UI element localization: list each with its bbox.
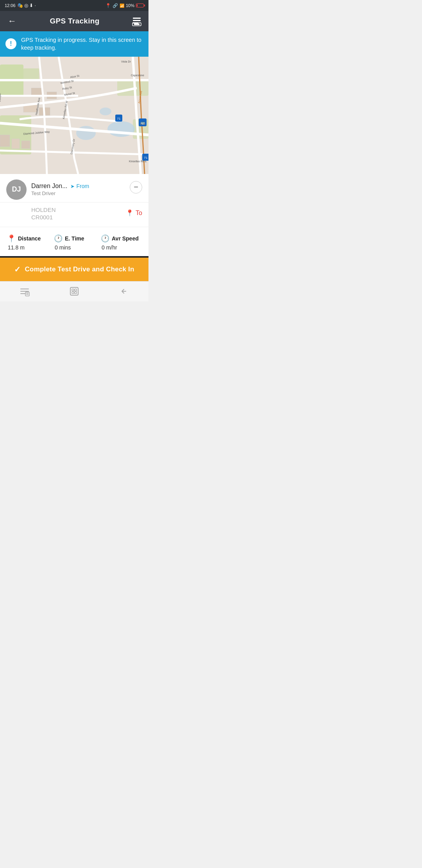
minus-button[interactable]: − [130,181,142,194]
svg-text:Capestone: Capestone [131,74,144,77]
signal-icon: 📶 [120,4,124,8]
svg-text:71: 71 [117,117,121,120]
bottom-nav [0,281,148,301]
status-bar: 12:06 🎭 ◎ ⬇ · 📍 🔗 📶 10% [0,0,148,11]
svg-rect-18 [0,135,10,147]
speed-value: 0 m/hr [101,244,117,251]
status-time: 12:06 [5,3,16,8]
svg-rect-54 [75,292,77,294]
from-label: ➤ From [70,183,89,189]
status-left: 12:06 🎭 ◎ ⬇ · [5,3,36,8]
driver-name: Darren Jon... [31,183,67,190]
distance-stat: 📍 Distance 11.8 m [4,234,51,251]
distance-value: 11.8 m [7,244,25,251]
alert-banner: ! GPS Tracking in progress. Stay in this… [0,31,148,57]
svg-rect-14 [31,88,43,96]
check-icon: ✓ [14,265,21,274]
svg-rect-8 [23,68,39,80]
avatar: DJ [6,179,27,200]
svg-text:Finegan: Finegan [0,93,1,102]
wifi-icon: 🔗 [113,3,118,8]
vehicle-id: CR0001 [31,214,110,221]
distance-label: Distance [18,235,41,242]
to-label: 📍 To [110,209,142,217]
stats-section: 📍 Distance 11.8 m 🕐 E. Time 0 mins 🕐 Avr… [0,227,148,258]
svg-rect-20 [21,141,30,149]
vehicle-make: HOLDEN [31,206,110,214]
svg-point-12 [76,126,96,140]
status-right: 📍 🔗 📶 10% [106,3,144,8]
svg-point-13 [100,108,111,115]
svg-rect-50 [70,287,78,295]
svg-text:Vista Dr: Vista Dr [121,60,131,63]
distance-header: 📍 Distance [7,234,41,243]
svg-rect-19 [12,139,20,149]
cta-label: Complete Test Drive and Check In [25,265,134,273]
etime-icon: 🕐 [54,234,63,243]
location-icon: 📍 [106,3,111,8]
distance-icon: 📍 [7,234,16,243]
battery-percent: 10% [126,3,134,8]
alert-message: GPS Tracking in progress. Stay in this s… [21,36,143,52]
svg-rect-53 [72,292,74,294]
status-icons: 🎭 ◎ ⬇ · [17,3,36,8]
etime-header: 🕐 E. Time [54,234,84,243]
driver-left: DJ Darren Jon... ➤ From Test Driver [6,179,89,200]
speed-icon: 🕐 [101,234,109,243]
driver-role: Test Driver [31,190,89,196]
driver-section: DJ Darren Jon... ➤ From Test Driver − [0,174,148,203]
battery-icon [136,4,144,7]
pin-icon: 📍 [126,209,134,217]
svg-rect-1 [133,20,141,21]
svg-rect-51 [72,289,74,291]
speed-label: Avr Speed [112,235,139,242]
nav-home-button[interactable] [63,283,86,299]
menu-button[interactable] [131,16,142,27]
etime-label: E. Time [65,235,84,242]
vehicle-info: HOLDEN CR0001 [31,206,110,221]
driver-info: Darren Jon... ➤ From Test Driver [31,183,89,196]
svg-rect-4 [134,23,139,25]
page-title: GPS Tracking [50,17,99,25]
speed-stat: 🕐 Avr Speed 0 m/hr [98,234,145,251]
complete-checkin-button[interactable]: ✓ Complete Test Drive and Check In [0,258,148,281]
svg-text:🚌: 🚌 [140,120,145,125]
svg-rect-0 [133,18,141,19]
nav-back-button[interactable] [112,283,136,299]
header: ← GPS Tracking [0,11,148,31]
svg-rect-47 [25,292,29,296]
navigation-icon: ➤ [70,183,75,189]
nav-menu-button[interactable] [13,283,36,299]
etime-value: 0 mins [54,244,71,251]
driver-name-row: Darren Jon... ➤ From [31,183,89,190]
vehicle-to-section: HOLDEN CR0001 📍 To [0,203,148,227]
alert-icon: ! [5,38,16,49]
svg-text:71: 71 [144,156,148,160]
back-button[interactable]: ← [6,14,18,28]
speed-header: 🕐 Avr Speed [101,234,139,243]
svg-rect-52 [75,289,77,291]
etime-stat: 🕐 E. Time 0 mins [51,234,98,251]
map-area[interactable]: Alice St Winifred St Ruby St Muriel St H… [0,57,148,174]
